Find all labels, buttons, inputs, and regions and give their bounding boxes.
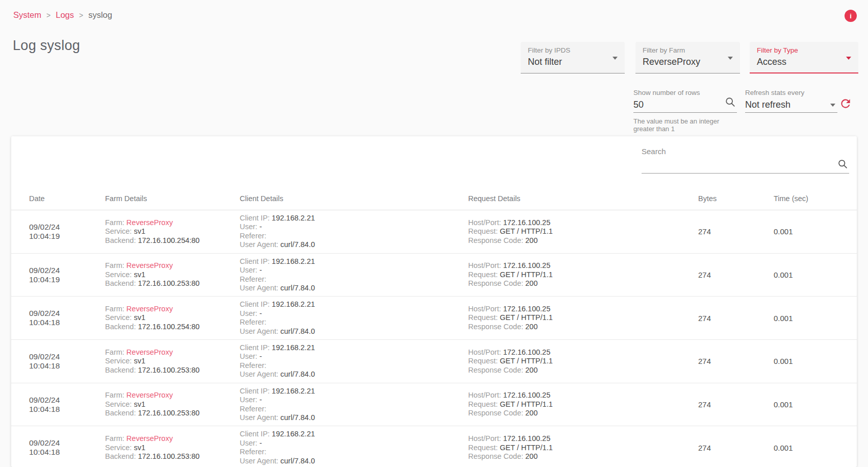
- refresh-interval-label: Refresh stats every: [745, 89, 837, 96]
- cell-request-details: Host/Port:172.16.100.25 Request:GET / HT…: [468, 218, 698, 245]
- filter-ipds-value: Not filter: [528, 57, 618, 67]
- cell-client-details: Client IP:192.168.2.21 User:- Referer: U…: [240, 214, 468, 250]
- cell-bytes: 274: [698, 444, 774, 452]
- table-row: 09/02/24 10:04:18 Farm:ReverseProxy Serv…: [11, 426, 857, 467]
- table-row: 09/02/24 10:04:18 Farm:ReverseProxy Serv…: [11, 340, 857, 383]
- cell-time: 0.001: [774, 227, 847, 236]
- filter-farm-value: ReverseProxy: [643, 57, 733, 67]
- rows-count-input[interactable]: [633, 100, 705, 110]
- table-search-label: Search: [642, 147, 666, 156]
- chevron-down-icon: [830, 104, 835, 107]
- cell-request-details: Host/Port:172.16.100.25 Request:GET / HT…: [468, 348, 698, 375]
- cell-farm-details: Farm:ReverseProxy Service:sv1 Backend:17…: [105, 391, 240, 418]
- filter-farm-label: Filter by Farm: [643, 46, 733, 54]
- table-row: 09/02/24 10:04:19 Farm:ReverseProxy Serv…: [11, 254, 857, 297]
- breadcrumb-system[interactable]: System: [13, 10, 41, 20]
- table-row: 09/02/24 10:04:19 Farm:ReverseProxy Serv…: [11, 210, 857, 254]
- cell-client-details: Client IP:192.168.2.21 User:- Referer: U…: [240, 257, 468, 293]
- breadcrumb: System > Logs > syslog: [13, 10, 112, 20]
- table-search-input[interactable]: [642, 158, 832, 168]
- column-header-request-details: Request Details: [468, 194, 698, 203]
- farm-link[interactable]: ReverseProxy: [126, 434, 173, 443]
- cell-client-details: Client IP:192.168.2.21 User:- Referer: U…: [240, 343, 468, 379]
- page-title: Log syslog: [13, 38, 80, 54]
- breadcrumb-separator: >: [79, 11, 83, 19]
- cell-bytes: 274: [698, 400, 774, 409]
- cell-date: 09/02/24 10:04:18: [29, 352, 105, 371]
- table-row: 09/02/24 10:04:18 Farm:ReverseProxy Serv…: [11, 297, 857, 340]
- search-icon[interactable]: [725, 96, 736, 108]
- cell-client-details: Client IP:192.168.2.21 User:- Referer: U…: [240, 387, 468, 423]
- cell-client-details: Client IP:192.168.2.21 User:- Referer: U…: [240, 430, 468, 465]
- cell-time: 0.001: [774, 271, 847, 279]
- refresh-icon[interactable]: [839, 97, 852, 110]
- cell-farm-details: Farm:ReverseProxy Service:sv1 Backend:17…: [105, 261, 240, 288]
- rows-count-label: Show number of rows: [633, 89, 737, 96]
- column-header-client-details: Client Details: [240, 194, 468, 203]
- cell-date: 09/02/24 10:04:18: [29, 309, 105, 327]
- search-icon[interactable]: [837, 159, 848, 169]
- cell-farm-details: Farm:ReverseProxy Service:sv1 Backend:17…: [105, 305, 240, 332]
- filter-ipds-select[interactable]: Filter by IPDS Not filter: [521, 42, 625, 73]
- chevron-down-icon: [612, 57, 618, 60]
- cell-time: 0.001: [774, 357, 847, 365]
- table-row: 09/02/24 10:04:18 Farm:ReverseProxy Serv…: [11, 383, 857, 427]
- refresh-interval-value: Not refresh: [745, 100, 837, 110]
- table-search-field: Search: [642, 142, 849, 174]
- cell-farm-details: Farm:ReverseProxy Service:sv1 Backend:17…: [105, 218, 240, 245]
- column-header-time: Time (sec): [774, 194, 847, 203]
- cell-date: 09/02/24 10:04:18: [29, 396, 105, 414]
- filter-type-select[interactable]: Filter by Type Access: [750, 42, 858, 73]
- column-header-date: Date: [29, 194, 105, 203]
- farm-link[interactable]: ReverseProxy: [126, 261, 173, 269]
- filter-type-label: Filter by Type: [757, 46, 851, 54]
- cell-request-details: Host/Port:172.16.100.25 Request:GET / HT…: [468, 391, 698, 418]
- info-icon[interactable]: i: [845, 10, 857, 22]
- cell-bytes: 274: [698, 314, 774, 323]
- log-table-card: Search Date Farm Details Client Details …: [11, 136, 857, 467]
- farm-link[interactable]: ReverseProxy: [126, 348, 173, 356]
- breadcrumb-logs[interactable]: Logs: [56, 10, 74, 20]
- cell-bytes: 274: [698, 271, 774, 279]
- breadcrumb-separator: >: [46, 11, 50, 19]
- table-header: Date Farm Details Client Details Request…: [11, 187, 857, 210]
- chevron-down-icon: [846, 57, 851, 60]
- farm-link[interactable]: ReverseProxy: [126, 391, 173, 399]
- cell-time: 0.001: [774, 314, 847, 323]
- cell-farm-details: Farm:ReverseProxy Service:sv1 Backend:17…: [105, 434, 240, 461]
- table-body: 09/02/24 10:04:19 Farm:ReverseProxy Serv…: [11, 210, 857, 467]
- cell-date: 09/02/24 10:04:19: [29, 266, 105, 284]
- filter-farm-select[interactable]: Filter by Farm ReverseProxy: [635, 42, 740, 73]
- rows-count-field: Show number of rows: [633, 89, 737, 113]
- chevron-down-icon: [728, 57, 733, 60]
- rows-count-helper-text: The value must be an integer greater tha…: [633, 117, 726, 133]
- cell-client-details: Client IP:192.168.2.21 User:- Referer: U…: [240, 300, 468, 336]
- farm-link[interactable]: ReverseProxy: [126, 218, 173, 227]
- cell-bytes: 274: [698, 227, 774, 236]
- cell-time: 0.001: [774, 444, 847, 452]
- cell-request-details: Host/Port:172.16.100.25 Request:GET / HT…: [468, 261, 698, 288]
- filter-ipds-label: Filter by IPDS: [528, 46, 618, 54]
- filter-type-value: Access: [757, 57, 851, 67]
- cell-date: 09/02/24 10:04:18: [29, 438, 105, 457]
- column-header-bytes: Bytes: [698, 194, 774, 203]
- breadcrumb-syslog: syslog: [88, 10, 112, 20]
- refresh-interval-select[interactable]: Refresh stats every Not refresh: [745, 89, 837, 113]
- cell-request-details: Host/Port:172.16.100.25 Request:GET / HT…: [468, 434, 698, 461]
- cell-request-details: Host/Port:172.16.100.25 Request:GET / HT…: [468, 305, 698, 332]
- cell-time: 0.001: [774, 400, 847, 409]
- cell-farm-details: Farm:ReverseProxy Service:sv1 Backend:17…: [105, 348, 240, 375]
- farm-link[interactable]: ReverseProxy: [126, 305, 173, 313]
- column-header-farm-details: Farm Details: [105, 194, 240, 203]
- cell-date: 09/02/24 10:04:19: [29, 223, 105, 241]
- cell-bytes: 274: [698, 357, 774, 365]
